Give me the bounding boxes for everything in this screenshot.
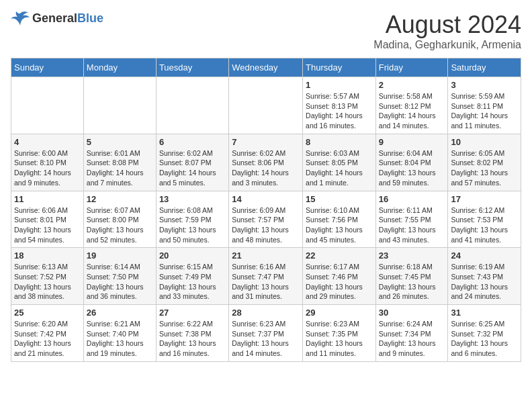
day-number: 11 [14,194,81,204]
day-info: Sunrise: 6:11 AM Sunset: 7:55 PM Dayligh… [379,205,445,245]
day-info: Sunrise: 6:23 AM Sunset: 7:37 PM Dayligh… [232,319,300,359]
day-number: 6 [159,137,226,147]
calendar-cell: 4Sunrise: 6:00 AM Sunset: 8:10 PM Daylig… [11,134,84,191]
calendar-cell [229,77,303,134]
day-info: Sunrise: 6:25 AM Sunset: 7:32 PM Dayligh… [451,319,518,359]
subtitle: Madina, Gegharkunik, Armenia [373,39,521,51]
day-number: 17 [451,194,518,204]
calendar-cell: 15Sunrise: 6:10 AM Sunset: 7:56 PM Dayli… [303,191,376,248]
day-number: 31 [451,308,518,318]
day-number: 26 [87,308,153,318]
weekday-header-thursday: Thursday [303,58,376,77]
weekday-header-wednesday: Wednesday [229,58,303,77]
calendar-cell: 23Sunrise: 6:18 AM Sunset: 7:45 PM Dayli… [375,248,448,305]
day-info: Sunrise: 6:08 AM Sunset: 7:59 PM Dayligh… [159,205,226,245]
calendar-cell: 19Sunrise: 6:14 AM Sunset: 7:50 PM Dayli… [83,248,156,305]
weekday-header-row: SundayMondayTuesdayWednesdayThursdayFrid… [11,58,521,77]
calendar-cell: 11Sunrise: 6:06 AM Sunset: 8:01 PM Dayli… [11,191,84,248]
day-info: Sunrise: 6:02 AM Sunset: 8:07 PM Dayligh… [159,148,226,188]
calendar-cell: 6Sunrise: 6:02 AM Sunset: 8:07 PM Daylig… [156,134,228,191]
day-number: 13 [159,194,226,204]
logo-blue: Blue [77,11,103,25]
logo-text: GeneralBlue [32,11,103,26]
weekday-header-friday: Friday [375,58,448,77]
calendar-cell: 30Sunrise: 6:24 AM Sunset: 7:34 PM Dayli… [375,305,448,362]
calendar-cell: 3Sunrise: 5:59 AM Sunset: 8:11 PM Daylig… [448,77,521,134]
calendar-cell: 13Sunrise: 6:08 AM Sunset: 7:59 PM Dayli… [156,191,228,248]
weekday-header-tuesday: Tuesday [156,58,228,77]
calendar-cell: 8Sunrise: 6:03 AM Sunset: 8:05 PM Daylig… [303,134,376,191]
day-number: 14 [232,194,300,204]
day-number: 2 [379,80,445,90]
weekday-header-saturday: Saturday [448,58,521,77]
weekday-header-monday: Monday [83,58,156,77]
day-info: Sunrise: 6:16 AM Sunset: 7:47 PM Dayligh… [232,262,300,302]
calendar-cell: 24Sunrise: 6:19 AM Sunset: 7:43 PM Dayli… [448,248,521,305]
day-number: 30 [379,308,445,318]
calendar-cell: 22Sunrise: 6:17 AM Sunset: 7:46 PM Dayli… [303,248,376,305]
day-info: Sunrise: 6:03 AM Sunset: 8:05 PM Dayligh… [306,148,373,188]
day-number: 22 [306,250,373,261]
day-number: 12 [87,194,153,204]
day-info: Sunrise: 6:06 AM Sunset: 8:01 PM Dayligh… [14,205,81,245]
day-info: Sunrise: 6:07 AM Sunset: 8:00 PM Dayligh… [87,205,153,245]
calendar-cell: 10Sunrise: 6:05 AM Sunset: 8:02 PM Dayli… [448,134,521,191]
day-number: 24 [451,250,518,261]
day-number: 7 [232,137,300,147]
day-info: Sunrise: 6:05 AM Sunset: 8:02 PM Dayligh… [451,148,518,188]
calendar-cell: 26Sunrise: 6:21 AM Sunset: 7:40 PM Dayli… [83,305,156,362]
calendar-cell: 29Sunrise: 6:23 AM Sunset: 7:35 PM Dayli… [303,305,376,362]
main-title: August 2024 [373,11,521,39]
day-number: 1 [306,80,373,90]
day-number: 10 [451,137,518,147]
calendar-week-row: 18Sunrise: 6:13 AM Sunset: 7:52 PM Dayli… [11,248,521,305]
day-info: Sunrise: 6:24 AM Sunset: 7:34 PM Dayligh… [379,319,445,359]
weekday-header-sunday: Sunday [11,58,84,77]
day-number: 4 [14,137,81,147]
calendar-cell: 5Sunrise: 6:01 AM Sunset: 8:08 PM Daylig… [83,134,156,191]
day-info: Sunrise: 5:59 AM Sunset: 8:11 PM Dayligh… [451,91,518,131]
day-info: Sunrise: 6:15 AM Sunset: 7:49 PM Dayligh… [159,262,226,302]
day-info: Sunrise: 5:58 AM Sunset: 8:12 PM Dayligh… [379,91,445,131]
day-info: Sunrise: 6:09 AM Sunset: 7:57 PM Dayligh… [232,205,300,245]
day-number: 21 [232,250,300,261]
calendar-cell [156,77,228,134]
day-number: 8 [306,137,373,147]
calendar-cell: 1Sunrise: 5:57 AM Sunset: 8:13 PM Daylig… [303,77,376,134]
day-info: Sunrise: 6:10 AM Sunset: 7:56 PM Dayligh… [306,205,373,245]
calendar-cell: 20Sunrise: 6:15 AM Sunset: 7:49 PM Dayli… [156,248,228,305]
calendar-cell [83,77,156,134]
day-info: Sunrise: 6:02 AM Sunset: 8:06 PM Dayligh… [232,148,300,188]
day-info: Sunrise: 6:13 AM Sunset: 7:52 PM Dayligh… [14,262,81,302]
calendar-cell: 18Sunrise: 6:13 AM Sunset: 7:52 PM Dayli… [11,248,84,305]
day-number: 23 [379,250,445,261]
day-number: 9 [379,137,445,147]
day-info: Sunrise: 5:57 AM Sunset: 8:13 PM Dayligh… [306,91,373,131]
day-number: 27 [159,308,226,318]
calendar-cell: 9Sunrise: 6:04 AM Sunset: 8:04 PM Daylig… [375,134,448,191]
day-info: Sunrise: 6:19 AM Sunset: 7:43 PM Dayligh… [451,262,518,302]
calendar-week-row: 11Sunrise: 6:06 AM Sunset: 8:01 PM Dayli… [11,191,521,248]
calendar-table: SundayMondayTuesdayWednesdayThursdayFrid… [11,58,521,362]
day-info: Sunrise: 6:00 AM Sunset: 8:10 PM Dayligh… [14,148,81,188]
logo-bird-icon [11,11,30,26]
calendar-week-row: 1Sunrise: 5:57 AM Sunset: 8:13 PM Daylig… [11,77,521,134]
calendar-week-row: 25Sunrise: 6:20 AM Sunset: 7:42 PM Dayli… [11,305,521,362]
calendar-cell: 14Sunrise: 6:09 AM Sunset: 7:57 PM Dayli… [229,191,303,248]
calendar-week-row: 4Sunrise: 6:00 AM Sunset: 8:10 PM Daylig… [11,134,521,191]
logo: GeneralBlue [11,11,103,26]
title-section: August 2024 Madina, Gegharkunik, Armenia [373,11,521,51]
day-info: Sunrise: 6:18 AM Sunset: 7:45 PM Dayligh… [379,262,445,302]
day-number: 28 [232,308,300,318]
day-info: Sunrise: 6:22 AM Sunset: 7:38 PM Dayligh… [159,319,226,359]
calendar-cell: 7Sunrise: 6:02 AM Sunset: 8:06 PM Daylig… [229,134,303,191]
calendar-cell: 25Sunrise: 6:20 AM Sunset: 7:42 PM Dayli… [11,305,84,362]
logo-general: General [32,11,77,25]
calendar-cell: 28Sunrise: 6:23 AM Sunset: 7:37 PM Dayli… [229,305,303,362]
calendar-cell: 21Sunrise: 6:16 AM Sunset: 7:47 PM Dayli… [229,248,303,305]
day-number: 20 [159,250,226,261]
day-info: Sunrise: 6:04 AM Sunset: 8:04 PM Dayligh… [379,148,445,188]
calendar-cell: 2Sunrise: 5:58 AM Sunset: 8:12 PM Daylig… [375,77,448,134]
day-info: Sunrise: 6:01 AM Sunset: 8:08 PM Dayligh… [87,148,153,188]
day-info: Sunrise: 6:23 AM Sunset: 7:35 PM Dayligh… [306,319,373,359]
